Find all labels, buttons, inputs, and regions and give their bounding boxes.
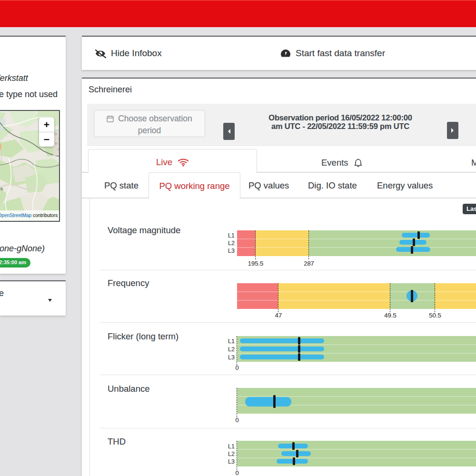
svg-text:9: 9: [0, 187, 3, 191]
